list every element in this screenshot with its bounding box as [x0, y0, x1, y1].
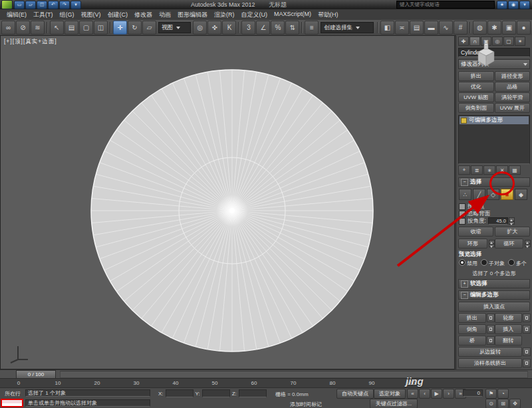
unlink-selection-icon[interactable]: ⊘ [16, 21, 30, 35]
selected-only-button[interactable]: 选定对象 [374, 389, 406, 399]
edit-named-selection-sets-icon[interactable]: ≡ [305, 21, 319, 35]
checkbox-icon[interactable] [459, 211, 466, 217]
modifier-button[interactable]: 挤出 [458, 71, 494, 81]
isolate-selection-icon[interactable]: ⊙ [485, 399, 497, 408]
go-to-start-icon[interactable]: « [407, 389, 418, 399]
select-and-rotate-icon[interactable]: ↻ [128, 21, 142, 35]
time-slider-handle[interactable]: 0 / 100 [16, 370, 56, 379]
menu-item[interactable]: 自定义(U) [238, 9, 271, 21]
use-pivot-center-icon[interactable]: ◎ [193, 21, 207, 35]
next-frame-icon[interactable]: › [443, 389, 454, 399]
maxscript-mini-listener[interactable] [1, 399, 23, 407]
pan-status-icon[interactable]: ✥ [509, 399, 521, 408]
loop-spinner[interactable] [525, 240, 531, 247]
render-setup-icon[interactable]: ✱ [487, 21, 501, 35]
tab-utilities-icon[interactable]: ✶ [515, 37, 525, 46]
ribbon-toggle-icon[interactable]: ▬ [424, 21, 438, 35]
remove-modifier-icon[interactable]: ✕ [496, 165, 508, 175]
select-and-scale-icon[interactable]: ▱ [142, 21, 156, 35]
menu-item[interactable]: 渲染(R) [211, 9, 238, 21]
new-scene-icon[interactable]: ▭ [14, 1, 25, 9]
by-vertex-checkbox[interactable]: 按顶点 [459, 203, 530, 210]
open-file-icon[interactable]: ▱ [25, 1, 36, 9]
checkbox-icon[interactable] [459, 218, 466, 225]
window-crossing-icon[interactable]: ◫ [94, 21, 108, 35]
modifier-button[interactable]: 路径变形 [495, 71, 531, 81]
bevel-button[interactable]: 倒角 [458, 324, 486, 334]
menu-item[interactable]: 视图(V) [78, 9, 104, 21]
pin-stack-icon[interactable]: ⌖ [458, 165, 470, 175]
configure-modifier-sets-icon[interactable]: ▦ [509, 165, 521, 175]
select-and-move-icon[interactable]: ✛ [113, 21, 127, 35]
shrink-button[interactable]: 收缩 [458, 227, 493, 237]
menu-item[interactable]: 帮助(H) [315, 9, 342, 21]
collapse-icon[interactable]: − [461, 179, 468, 186]
mirror-icon[interactable]: ◧ [380, 21, 394, 35]
preview-subobject-radio[interactable]: 子对象 [481, 259, 505, 267]
save-file-icon[interactable]: ◫ [37, 1, 47, 9]
y-coordinate-field[interactable] [202, 389, 230, 397]
inset-button[interactable]: 插入 [495, 324, 523, 334]
snap-toggle-3d-icon[interactable]: 3 [241, 21, 255, 35]
bind-to-space-warp-icon[interactable]: ≋ [31, 21, 45, 35]
x-coordinate-field[interactable] [166, 389, 194, 397]
play-icon[interactable]: ▶ [431, 389, 442, 399]
add-time-tag-button[interactable]: 添加时间标记 [290, 401, 322, 408]
loop-button[interactable]: 循环 [495, 239, 524, 249]
app-logo-icon[interactable] [1, 0, 13, 9]
stack-item-editable-poly[interactable]: 可编辑多边形 [460, 116, 529, 124]
rollout-edit-polygons[interactable]: − 编辑多边形 [458, 290, 530, 300]
ignore-backfacing-checkbox[interactable]: 忽略背面 [459, 210, 530, 217]
current-frame-field[interactable]: 0 [463, 389, 483, 397]
menu-item[interactable]: 动画 [156, 9, 174, 21]
render-production-icon[interactable]: ● [517, 21, 531, 35]
menu-item[interactable]: 编辑(E) [3, 9, 30, 21]
viewport-label[interactable]: [+][顶][真实+边面] [4, 38, 57, 46]
schematic-view-icon[interactable]: # [454, 21, 467, 35]
auto-key-button[interactable]: 自动关键点 [336, 389, 374, 399]
vertex-mode-icon[interactable]: ∴ [459, 189, 471, 200]
ring-spinner[interactable] [489, 240, 495, 247]
top-viewport[interactable]: [+][顶][真实+边面] [0, 35, 455, 369]
preview-disable-radio[interactable]: 禁用 [459, 259, 477, 267]
checkbox-icon[interactable] [459, 203, 466, 210]
menu-item[interactable]: MAXScript(M) [271, 9, 315, 21]
make-unique-icon[interactable]: ∗ [483, 165, 495, 175]
collapse-icon[interactable]: − [461, 292, 468, 299]
edge-mode-icon[interactable]: ╱ [473, 189, 485, 200]
flip-button[interactable]: 翻转 [495, 336, 523, 346]
angle-snap-icon[interactable]: ∠ [256, 21, 270, 35]
spinner-snap-icon[interactable]: ⇅ [285, 21, 299, 35]
ring-button[interactable]: 环形 [458, 239, 487, 249]
insert-vertex-button[interactable]: 插入顶点 [458, 302, 530, 312]
select-by-name-icon[interactable]: ▤ [65, 21, 78, 35]
reference-coordinate-dropdown[interactable]: 视图 [158, 22, 191, 33]
undo-icon[interactable]: ↶ [48, 1, 59, 9]
polygon-mode-icon[interactable]: ■ [501, 189, 513, 200]
select-object-icon[interactable]: ↖ [50, 21, 64, 35]
material-editor-icon[interactable]: ◍ [473, 21, 487, 35]
rollout-soft-selection[interactable]: + 软选择 [458, 279, 530, 288]
rendered-frame-window-icon[interactable]: ▣ [502, 21, 516, 35]
outline-button[interactable]: 轮廓 [495, 313, 523, 323]
menu-item[interactable]: 图形编辑器 [174, 9, 211, 21]
help-favorites-icon[interactable]: ▾ [519, 1, 530, 9]
angle-value-field[interactable]: 45.0 [488, 217, 508, 225]
by-angle-checkbox[interactable]: 按角度: 45.0 [459, 217, 530, 225]
z-coordinate-field[interactable] [239, 389, 267, 397]
layer-manager-icon[interactable]: ▤ [410, 21, 424, 35]
modifier-button[interactable]: 倒角剖面 [458, 103, 494, 113]
modifier-button[interactable]: 晶格 [495, 82, 531, 92]
extrude-settings-icon[interactable] [487, 314, 495, 322]
expand-icon[interactable]: + [461, 280, 468, 288]
border-mode-icon[interactable]: ◇ [487, 189, 499, 200]
cylinder-top-view[interactable] [86, 64, 378, 357]
redo-icon[interactable]: ↷ [59, 1, 70, 9]
search-input[interactable]: 键入关键字或短语 [396, 1, 495, 9]
percent-snap-icon[interactable]: % [271, 21, 285, 35]
show-end-result-icon[interactable]: ≣ [471, 165, 483, 175]
workspace-dropdown-icon[interactable]: ▾ [70, 1, 81, 9]
menu-item[interactable]: 创建(C) [104, 9, 132, 21]
infocenter-star-icon[interactable]: ★ [497, 1, 507, 9]
grow-button[interactable]: 扩大 [495, 227, 530, 237]
